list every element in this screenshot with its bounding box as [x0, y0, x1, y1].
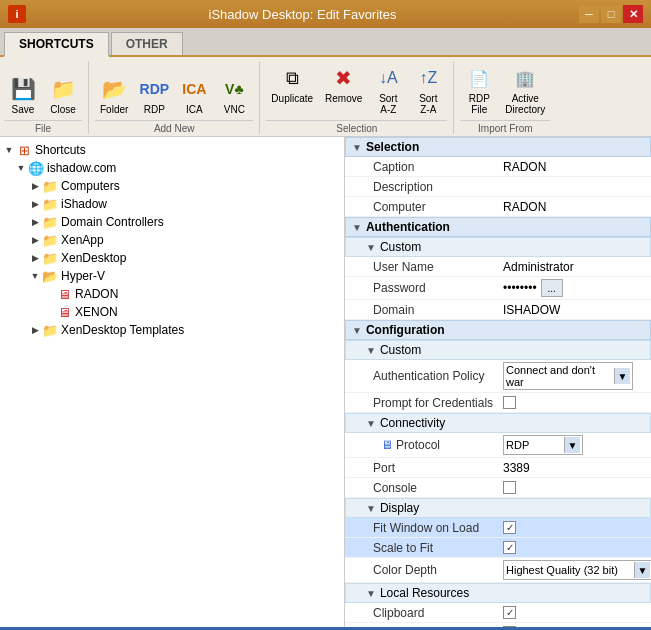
xenon-label: XENON	[75, 305, 118, 319]
tree-item-shortcuts-root[interactable]: ▼ ⊞ Shortcuts	[0, 141, 344, 159]
tree-item-ishadow[interactable]: ▶ 📁 iShadow	[0, 195, 344, 213]
minimize-button[interactable]: ─	[579, 5, 599, 23]
folder-button[interactable]: 📂 Folder	[95, 72, 133, 118]
xendesktop-templates-label: XenDesktop Templates	[61, 323, 184, 337]
protocol-label: 🖥Protocol	[373, 438, 503, 452]
section-authentication[interactable]: ▼ Authentication	[345, 217, 651, 237]
tree-item-radon[interactable]: 🖥 RADON	[0, 285, 344, 303]
tree-item-xenon[interactable]: 🖥 XENON	[0, 303, 344, 321]
tree-item-domain-controllers[interactable]: ▶ 📁 Domain Controllers	[0, 213, 344, 231]
folder-icon: 📂	[100, 75, 128, 103]
username-label: User Name	[373, 260, 503, 274]
maximize-button[interactable]: □	[601, 5, 621, 23]
color-depth-dropdown[interactable]: Highest Quality (32 bit) ▼	[503, 560, 651, 580]
domain-label: Domain	[373, 303, 503, 317]
expand-icon[interactable]: ▶	[28, 323, 42, 337]
vnc-button[interactable]: V♣ VNC	[215, 72, 253, 118]
expand-icon[interactable]: ▶	[28, 197, 42, 211]
rdp-file-button[interactable]: 📄 RDPFile	[460, 61, 498, 118]
protocol-icon: 🖥	[381, 438, 393, 452]
ica-button[interactable]: ICA ICA	[175, 72, 213, 118]
clipboard-checkbox[interactable]	[503, 606, 516, 619]
expand-icon[interactable]: ▼	[14, 161, 28, 175]
prop-prompt-credentials: Prompt for Credentials	[345, 393, 651, 413]
remove-icon: ✖	[330, 64, 358, 92]
computers-folder-icon: 📁	[42, 178, 58, 194]
shortcuts-root-label: Shortcuts	[35, 143, 86, 157]
computers-label: Computers	[61, 179, 120, 193]
auth-policy-dropdown[interactable]: Connect and don't war ▼	[503, 362, 633, 390]
expand-icon[interactable]: ▶	[28, 251, 42, 265]
printers-checkbox[interactable]	[503, 626, 516, 627]
sort-za-button[interactable]: ↑Z SortZ-A	[409, 61, 447, 118]
rdp-file-icon: 📄	[465, 64, 493, 92]
prop-clipboard: Clipboard	[345, 603, 651, 623]
expand-icon[interactable]: ▶	[28, 215, 42, 229]
tree-item-xendesktop[interactable]: ▶ 📁 XenDesktop	[0, 249, 344, 267]
save-button[interactable]: 💾 Save	[4, 72, 42, 118]
expand-icon[interactable]: ▼	[2, 143, 16, 157]
console-checkbox[interactable]	[503, 481, 516, 494]
printers-label: Printers	[373, 626, 503, 628]
active-directory-button[interactable]: 🏢 ActiveDirectory	[500, 61, 550, 118]
tab-shortcuts[interactable]: SHORTCUTS	[4, 32, 109, 57]
toolbar-group-file: 💾 Save 📁 Close File	[4, 72, 82, 134]
hyper-v-label: Hyper-V	[61, 269, 105, 283]
prop-console: Console	[345, 478, 651, 498]
scale-to-fit-value	[503, 541, 647, 554]
prop-auth-policy: Authentication Policy Connect and don't …	[345, 360, 651, 393]
duplicate-button[interactable]: ⧉ Duplicate	[266, 61, 318, 118]
prop-computer: Computer RADON	[345, 197, 651, 217]
expand-icon[interactable]: ▶	[28, 179, 42, 193]
section-selection[interactable]: ▼ Selection	[345, 137, 651, 157]
rdp-icon: RDP	[140, 75, 168, 103]
section-auth-expand: ▼	[352, 222, 362, 233]
tab-bar: SHORTCUTS OTHER	[0, 28, 651, 57]
rdp-button[interactable]: RDP RDP	[135, 72, 173, 118]
tab-other[interactable]: OTHER	[111, 32, 183, 55]
prompt-credentials-checkbox[interactable]	[503, 396, 516, 409]
caption-label: Caption	[373, 160, 503, 174]
scale-to-fit-checkbox[interactable]	[503, 541, 516, 554]
tree-item-hyper-v[interactable]: ▼ 📂 Hyper-V	[0, 267, 344, 285]
section-configuration[interactable]: ▼ Configuration	[345, 320, 651, 340]
prop-color-depth: Color Depth Highest Quality (32 bit) ▼	[345, 558, 651, 583]
protocol-dropdown[interactable]: RDP ▼	[503, 435, 583, 455]
sort-za-icon: ↑Z	[414, 64, 442, 92]
hyper-v-folder-icon: 📂	[42, 268, 58, 284]
console-label: Console	[373, 481, 503, 495]
sort-az-button[interactable]: ↓A SortA-Z	[369, 61, 407, 118]
ishadow-folder-icon: 📁	[42, 196, 58, 212]
printers-value	[503, 626, 647, 627]
sub-section-display[interactable]: ▼ Display	[345, 498, 651, 518]
templates-folder-icon: 📁	[42, 322, 58, 338]
remove-button[interactable]: ✖ Remove	[320, 61, 367, 118]
fit-window-checkbox[interactable]	[503, 521, 516, 534]
display-label: Display	[380, 501, 419, 515]
prop-password: Password •••••••• ...	[345, 277, 651, 300]
expand-icon[interactable]: ▼	[28, 269, 42, 283]
expand-icon[interactable]: ▶	[28, 233, 42, 247]
description-label: Description	[373, 180, 503, 194]
sub-section-connectivity[interactable]: ▼ Connectivity	[345, 413, 651, 433]
close-button[interactable]: ✕	[623, 5, 643, 23]
clipboard-label: Clipboard	[373, 606, 503, 620]
window-controls: ─ □ ✕	[579, 5, 643, 23]
close-folder-icon: 📁	[49, 75, 77, 103]
sub-section-auth-custom[interactable]: ▼ Custom	[345, 237, 651, 257]
window-title: iShadow Desktop: Edit Favorites	[26, 7, 579, 22]
tree-item-xenapp[interactable]: ▶ 📁 XenApp	[0, 231, 344, 249]
password-edit-button[interactable]: ...	[541, 279, 563, 297]
sub-section-local-resources[interactable]: ▼ Local Resources	[345, 583, 651, 603]
auth-policy-dropdown-arrow: ▼	[614, 368, 630, 384]
titlebar: i iShadow Desktop: Edit Favorites ─ □ ✕	[0, 0, 651, 28]
add-new-group-label: Add New	[95, 120, 253, 134]
tree-item-computers[interactable]: ▶ 📁 Computers	[0, 177, 344, 195]
tree-item-ishadow-com[interactable]: ▼ 🌐 ishadow.com	[0, 159, 344, 177]
close-button-toolbar[interactable]: 📁 Close	[44, 72, 82, 118]
shortcuts-root-icon: ⊞	[16, 142, 32, 158]
sub-section-config-custom[interactable]: ▼ Custom	[345, 340, 651, 360]
tree-item-xendesktop-templates[interactable]: ▶ 📁 XenDesktop Templates	[0, 321, 344, 339]
caption-value: RADON	[503, 160, 647, 174]
active-directory-icon: 🏢	[511, 64, 539, 92]
